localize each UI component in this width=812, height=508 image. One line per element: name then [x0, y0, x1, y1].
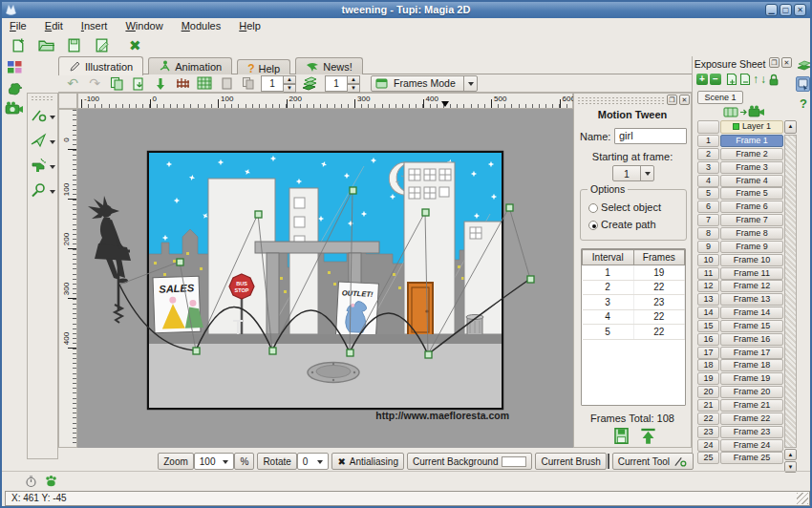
- polygon-tool-button[interactable]: [30, 129, 55, 151]
- close-panel-button[interactable]: ✕: [781, 57, 792, 68]
- open-project-button[interactable]: [33, 35, 58, 55]
- move-frame-up-icon[interactable]: ↑: [753, 73, 759, 86]
- frame-number-cell[interactable]: 14: [697, 307, 719, 319]
- frame-cell[interactable]: Frame 15: [720, 320, 783, 332]
- frame-cell[interactable]: Frame 25: [720, 452, 783, 464]
- tween-name-input[interactable]: girl: [614, 128, 687, 144]
- layer-header-cell[interactable]: Layer 1: [720, 120, 783, 134]
- scene-tab[interactable]: Scene 1: [697, 91, 743, 104]
- frame-cell[interactable]: Frame 9: [720, 241, 783, 253]
- spin-up-icon[interactable]: ▲: [284, 75, 296, 84]
- frame-number-cell[interactable]: 19: [697, 372, 719, 385]
- bring-forward-button[interactable]: [217, 75, 236, 92]
- line-tool-button[interactable]: [30, 104, 55, 126]
- frame-cell[interactable]: Frame 20: [720, 386, 783, 398]
- frame-number-cell[interactable]: 7: [697, 214, 719, 226]
- combo-dropdown-icon[interactable]: [223, 460, 228, 467]
- frame-number-cell[interactable]: 4: [697, 175, 719, 187]
- frame-cell[interactable]: Frame 18: [720, 359, 783, 371]
- add-frame-button[interactable]: +: [696, 74, 708, 85]
- frame-cell[interactable]: Frame 3: [720, 161, 783, 174]
- frame-number-cell[interactable]: 2: [697, 148, 719, 160]
- remove-frame-button[interactable]: −: [710, 74, 721, 85]
- float-panel-button[interactable]: ❐: [769, 57, 780, 68]
- menu-window[interactable]: Window: [118, 19, 170, 32]
- float-panel-button[interactable]: ❐: [667, 95, 677, 105]
- background-swatch[interactable]: [502, 456, 526, 467]
- tab-news[interactable]: News!: [295, 57, 363, 75]
- frame-cell[interactable]: Frame 1: [720, 135, 783, 147]
- frame-cell[interactable]: Frame 5: [720, 187, 783, 200]
- frame-spinbox[interactable]: 1 ▲▼: [325, 75, 360, 92]
- paste-in-place-button[interactable]: [151, 75, 170, 92]
- starting-frame-combo[interactable]: 1: [612, 165, 654, 181]
- frame-number-cell[interactable]: 12: [697, 280, 719, 292]
- frame-number-cell[interactable]: 16: [697, 333, 719, 346]
- frame-number-cell[interactable]: 17: [697, 347, 719, 359]
- frame-cell[interactable]: Frame 8: [720, 227, 783, 240]
- frames-column-header[interactable]: Frames: [633, 250, 685, 265]
- layer-spinbox[interactable]: 1 ▲▼: [261, 75, 296, 92]
- frame-number-cell[interactable]: 10: [697, 254, 719, 266]
- title-bar[interactable]: tweening - Tupi: Magia 2D ▁ ▢ ✕: [2, 2, 810, 18]
- combo-dropdown-icon[interactable]: [463, 76, 477, 91]
- frame-cell[interactable]: Frame 10: [720, 254, 783, 266]
- frame-number-cell[interactable]: 1: [697, 135, 719, 147]
- frame-cell[interactable]: Frame 11: [720, 267, 783, 280]
- fill-tool-button[interactable]: [30, 154, 55, 176]
- spin-up-icon[interactable]: ▲: [348, 75, 360, 84]
- antialiasing-toggle[interactable]: ✖ Antialiasing: [331, 453, 404, 470]
- intervals-table[interactable]: Interval Frames 119222323422522: [582, 249, 685, 340]
- frame-number-cell[interactable]: 23: [697, 426, 719, 438]
- frame-number-cell[interactable]: 21: [697, 399, 719, 412]
- interval-row[interactable]: 323: [583, 295, 685, 310]
- close-button[interactable]: ✕: [794, 4, 806, 16]
- delete-frame-button[interactable]: [739, 73, 751, 86]
- active-panel-button[interactable]: [796, 76, 810, 92]
- frame-number-cell[interactable]: 9: [697, 241, 719, 253]
- tab-illustration[interactable]: Illustration: [58, 56, 143, 75]
- frame-number-cell[interactable]: 5: [697, 187, 719, 200]
- frame-cell[interactable]: Frame 21: [720, 399, 783, 412]
- undo-button[interactable]: ↶: [63, 75, 82, 92]
- interval-column-header[interactable]: Interval: [583, 250, 634, 265]
- frame-spin-value[interactable]: 1: [325, 75, 348, 92]
- frame-number-cell[interactable]: 25: [697, 452, 719, 464]
- brush-swatch[interactable]: [608, 454, 609, 469]
- tools-panel-handle[interactable]: [31, 95, 54, 101]
- scroll-up-button[interactable]: ▲: [784, 449, 797, 460]
- interval-row[interactable]: 119: [583, 265, 685, 281]
- combo-dropdown-icon[interactable]: [640, 166, 653, 180]
- frame-cell[interactable]: Frame 14: [720, 307, 783, 319]
- zoom-combo[interactable]: 100: [194, 453, 235, 470]
- close-panel-button[interactable]: ✕: [679, 95, 690, 105]
- frame-cell[interactable]: Frame 24: [720, 439, 783, 452]
- new-project-button[interactable]: [6, 35, 31, 55]
- frame-cell[interactable]: Frame 12: [720, 280, 783, 292]
- frame-number-cell[interactable]: 20: [697, 386, 719, 398]
- rotate-combo[interactable]: 0: [297, 453, 330, 470]
- maximize-button[interactable]: ▢: [780, 4, 792, 16]
- menu-help[interactable]: Help: [231, 19, 268, 32]
- frame-number-cell[interactable]: 18: [697, 359, 719, 371]
- current-brush-button[interactable]: Current Brush: [535, 453, 606, 470]
- lock-frame-button[interactable]: [768, 74, 780, 86]
- combo-dropdown-icon[interactable]: [317, 460, 323, 467]
- interval-row[interactable]: 222: [583, 280, 685, 295]
- spin-down-icon[interactable]: ▼: [348, 84, 360, 93]
- exposure-sheet-icon[interactable]: [797, 59, 811, 73]
- spin-down-icon[interactable]: ▼: [284, 84, 296, 93]
- frame-number-cell[interactable]: 15: [697, 320, 719, 332]
- zoom-tool-button[interactable]: [30, 179, 55, 201]
- frame-cell[interactable]: Frame 4: [720, 175, 783, 187]
- send-backward-button[interactable]: [239, 75, 258, 92]
- frame-cell[interactable]: Frame 23: [720, 426, 783, 438]
- menu-file[interactable]: File: [2, 19, 34, 32]
- frame-cell[interactable]: Frame 22: [720, 413, 783, 425]
- minimize-button[interactable]: ▁: [765, 4, 778, 16]
- frame-number-cell[interactable]: 6: [697, 201, 719, 213]
- paw-icon[interactable]: [44, 475, 58, 488]
- select-object-option[interactable]: Select object: [588, 201, 686, 213]
- apply-tween-button[interactable]: [639, 427, 657, 445]
- current-tool-button[interactable]: Current Tool: [612, 453, 694, 470]
